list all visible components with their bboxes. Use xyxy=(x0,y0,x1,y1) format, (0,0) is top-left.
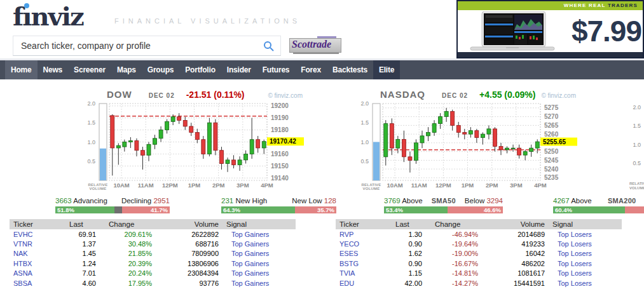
time-axis-label: 1PM xyxy=(188,182,201,189)
stat-bar-gray xyxy=(114,206,122,213)
dow-chart-canvas[interactable]: 2.01.51.00.51920019190191801916019150191… xyxy=(83,102,306,191)
top-losers-table: TickerLastChangeVolumeSignalRVP1.30-46.9… xyxy=(336,219,622,288)
finviz-logo[interactable]: fınviz xyxy=(13,3,83,30)
laptop-image xyxy=(464,11,561,52)
scottrade-ad[interactable]: Scottrade xyxy=(289,36,343,54)
ticker-link[interactable]: SBSA xyxy=(13,279,32,287)
signal-link[interactable]: Top Losers xyxy=(558,240,592,248)
change-cell: -19.64% xyxy=(426,239,482,248)
nav-item-backtests[interactable]: Backtests xyxy=(327,60,373,79)
signal-link[interactable]: Top Losers xyxy=(558,231,592,238)
signal-link[interactable]: Top Gainers xyxy=(231,269,269,277)
change-cell: 209.61% xyxy=(100,229,156,239)
change-cell: -16.67% xyxy=(426,259,482,268)
last-price-cell: 1.62 xyxy=(387,249,426,259)
time-axis-label: 11AM xyxy=(411,182,427,189)
signal-link[interactable]: Top Gainers xyxy=(231,279,269,287)
site-tagline: FINANCIAL VISUALIZATIONS xyxy=(114,17,301,25)
table-row: VTNR1.3730.48%688716Top Gainers xyxy=(10,239,296,248)
volume-cell: 486202 xyxy=(482,259,549,268)
market-stat-group: 4267 AboveSMA200Below 60.4% xyxy=(553,197,644,213)
relative-volume-label: VOLUME xyxy=(363,187,380,191)
vol-axis-tick: 2.0 xyxy=(87,102,95,107)
chart-title: DOW xyxy=(107,89,132,100)
ticker-link[interactable]: BSTG xyxy=(339,260,359,267)
signal-link[interactable]: Top Gainers xyxy=(231,240,269,248)
vol-axis-tick: 1.0 xyxy=(628,142,641,148)
column-header-ticker: Ticker xyxy=(10,219,60,229)
nav-item-home[interactable]: Home xyxy=(5,60,38,79)
vol-axis-tick: 0.5 xyxy=(628,160,641,166)
search-box xyxy=(13,36,281,56)
nav-item-screener[interactable]: Screener xyxy=(68,60,111,79)
nav-item-insider[interactable]: Insider xyxy=(221,60,257,79)
relative-volume-label: VOLUME xyxy=(90,187,107,191)
signal-link[interactable]: Top Losers xyxy=(558,250,592,257)
main-nav: HomeNewsScreenerMapsGroupsPortfolioInsid… xyxy=(0,60,644,79)
ticker-link[interactable]: NAK xyxy=(13,250,28,257)
ticker-link[interactable]: HTBX xyxy=(13,260,32,267)
nav-item-groups[interactable]: Groups xyxy=(142,60,179,79)
price-axis-tick: 5265 xyxy=(544,122,559,129)
change-cell: 21.85% xyxy=(100,249,156,259)
ticker-link[interactable]: TVIA xyxy=(339,269,355,277)
nasdaq-chart[interactable]: NASDAQDEC 02+4.55 (0.09%)© finviz.com2.0… xyxy=(356,89,580,193)
ticker-link[interactable]: ESES xyxy=(339,250,358,257)
ticker-link[interactable]: VTNR xyxy=(13,240,32,248)
nav-item-maps[interactable]: Maps xyxy=(111,60,142,79)
vol-axis-tick: 0.5 xyxy=(87,158,95,165)
nav-item-news[interactable]: News xyxy=(38,60,69,79)
change-cell: 17.95% xyxy=(100,278,156,288)
nav-item-portfolio[interactable]: Portfolio xyxy=(179,60,221,79)
nav-item-elite[interactable]: Elite xyxy=(373,60,400,79)
vol-axis-tick: 1.5 xyxy=(360,119,369,126)
volume-cell: 2014689 xyxy=(482,229,549,239)
stat-right-label: Below 3294 xyxy=(465,197,503,206)
market-stat-group: 3663 AdvancingDeclining 295151.8%41.7% xyxy=(55,197,170,213)
dow-chart[interactable]: DOWDEC 02-21.51 (0.11%)© finviz.com2.01.… xyxy=(83,89,306,193)
table-row: EDU42.00-14.27%15441591Top Losers xyxy=(336,278,622,288)
ticker-link[interactable]: RVP xyxy=(339,231,353,238)
search-input[interactable] xyxy=(13,36,263,55)
stat-bar-red: 41.7% xyxy=(122,206,170,213)
time-axis-label: 4PM xyxy=(261,182,273,189)
ticker-link[interactable]: ASNA xyxy=(13,269,32,277)
time-axis-label: 2PM xyxy=(486,182,498,189)
time-axis-label: 12PM xyxy=(435,182,451,189)
column-header-change: Change xyxy=(426,219,482,229)
vol-axis-tick: 0.5 xyxy=(360,158,369,165)
signal-link[interactable]: Top Gainers xyxy=(231,250,269,257)
volume-cell: 688716 xyxy=(156,239,223,248)
signal-link[interactable]: Top Gainers xyxy=(231,260,269,267)
last-price-cell: 1.24 xyxy=(60,259,100,268)
price-axis-tick: 5250 xyxy=(544,148,559,155)
scottrade-ad-label: Scottrade xyxy=(292,39,331,50)
change-cell: 30.48% xyxy=(100,239,156,248)
last-price-value: 19170.42 xyxy=(270,138,296,145)
price-axis-tick: 5240 xyxy=(544,166,559,173)
signal-link[interactable]: Top Losers xyxy=(558,269,592,277)
time-axis-label: 10AM xyxy=(113,182,129,189)
price-axis-tick: 19150 xyxy=(271,163,289,170)
volume-cell: 13806906 xyxy=(156,259,223,268)
signal-link[interactable]: Top Losers xyxy=(558,279,592,287)
nav-item-futures[interactable]: Futures xyxy=(257,60,296,79)
column-header-signal: Signal xyxy=(223,219,296,229)
market-stat-label: 231 New HighNew Low 128 xyxy=(221,197,336,206)
price-axis-tick: 5260 xyxy=(544,131,559,138)
signal-link[interactable]: Top Losers xyxy=(558,260,592,267)
ticker-link[interactable]: YECO xyxy=(339,240,359,248)
relative-volume-label: RELATIVEVOLUME xyxy=(629,182,644,190)
signal-link[interactable]: Top Gainers xyxy=(231,231,269,238)
brokerage-banner-ad[interactable]: WHERE REAL TRADERS $7.99 xyxy=(456,0,644,58)
ticker-link[interactable]: EDU xyxy=(339,279,354,287)
last-price-cell: 1.30 xyxy=(387,229,426,239)
ticker-link[interactable]: EVHC xyxy=(13,231,33,238)
nasdaq-chart-canvas[interactable]: 2.01.51.00.55275527052655260525052455240… xyxy=(356,102,580,191)
price-axis-tick: 19140 xyxy=(271,175,289,182)
table-row: NAK1.4521.85%7809900Top Gainers xyxy=(10,249,296,259)
column-header-volume: Volume xyxy=(156,219,223,229)
vol-axis-tick: 1.0 xyxy=(87,139,95,145)
search-icon[interactable] xyxy=(263,41,274,51)
nav-item-forex[interactable]: Forex xyxy=(295,60,327,79)
